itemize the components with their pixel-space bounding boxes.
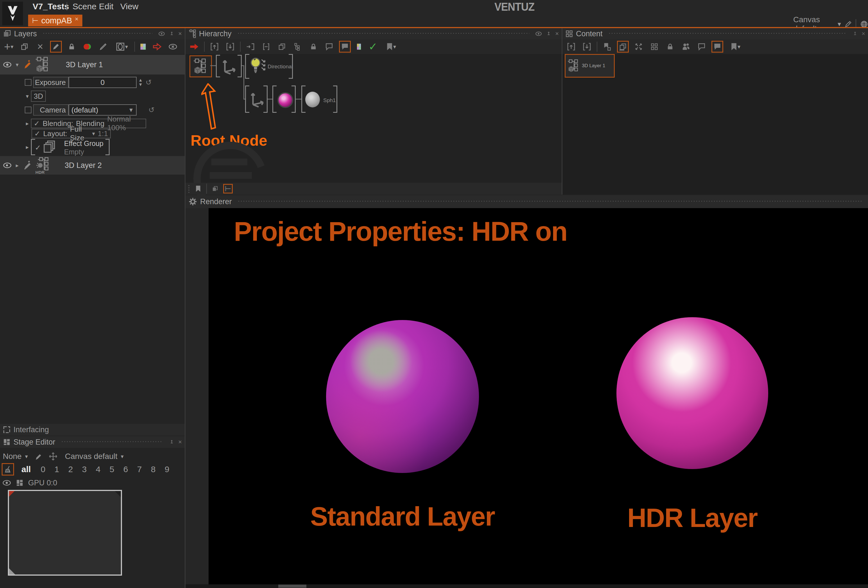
- menu-view[interactable]: View: [120, 2, 138, 11]
- palette-icon[interactable]: [139, 41, 147, 53]
- eye-icon[interactable]: [158, 30, 165, 37]
- stage-editor-header[interactable]: Stage Editor ×: [0, 436, 185, 448]
- bookmark-icon[interactable]: ▾: [727, 41, 744, 53]
- tab-close-icon[interactable]: ×: [75, 15, 78, 23]
- import-node-button[interactable]: [224, 41, 236, 53]
- expand-icon[interactable]: ▸: [16, 163, 19, 168]
- insert-node-button[interactable]: [245, 41, 256, 53]
- menu-scene[interactable]: Scene: [72, 2, 96, 11]
- comment-icon[interactable]: [323, 41, 335, 53]
- pin-icon[interactable]: [169, 31, 175, 37]
- directional-light-node[interactable]: Directional: [245, 54, 293, 79]
- expand-icon[interactable]: ▸: [26, 144, 29, 150]
- paint-brush-icon[interactable]: [97, 41, 109, 53]
- eye-icon[interactable]: [2, 479, 11, 486]
- panel-drag-dots[interactable]: [43, 32, 152, 35]
- grid-view-icon[interactable]: [648, 41, 660, 53]
- close-icon[interactable]: ×: [862, 30, 865, 37]
- channel-7[interactable]: 7: [134, 465, 144, 474]
- menu-project[interactable]: V7_Tests: [32, 2, 69, 11]
- subtree-icon[interactable]: [292, 41, 304, 53]
- pin-icon[interactable]: [852, 31, 858, 37]
- layers-panel-header[interactable]: Layers ×: [0, 28, 185, 39]
- comment-icon[interactable]: [696, 41, 707, 53]
- panel-drag-dots[interactable]: [238, 200, 862, 203]
- expand-icon[interactable]: ▸: [26, 121, 29, 126]
- close-icon[interactable]: ×: [178, 30, 182, 37]
- tab-compab[interactable]: ⊢ compAB ×: [28, 15, 83, 27]
- pin-icon[interactable]: [169, 439, 175, 445]
- drag-handle[interactable]: [188, 185, 190, 193]
- effect-group-row[interactable]: ▸ ✓ Effect Group Empty: [0, 138, 184, 156]
- tab-branch-tab[interactable]: ⊢: [223, 184, 233, 194]
- scrollbar-thumb[interactable]: [278, 585, 306, 588]
- channel-6[interactable]: 6: [121, 465, 130, 474]
- export-content-button[interactable]: [565, 41, 577, 53]
- edit-pencil-icon[interactable]: [22, 161, 31, 170]
- content-panel-header[interactable]: Content ×: [562, 28, 868, 39]
- channel-9[interactable]: 9: [162, 465, 172, 474]
- renderer-header[interactable]: Renderer: [186, 195, 868, 208]
- pin-icon[interactable]: [546, 31, 552, 37]
- collapse-icon[interactable]: ▾: [26, 93, 29, 99]
- exposure-checkbox[interactable]: [25, 79, 31, 86]
- comment-filled-icon[interactable]: [339, 41, 351, 53]
- users-icon[interactable]: [680, 41, 692, 53]
- duplicate-node-button[interactable]: [276, 41, 288, 53]
- lock-icon[interactable]: [664, 41, 676, 53]
- channel-all[interactable]: all: [18, 465, 34, 474]
- axes-node[interactable]: [245, 86, 267, 113]
- pages-tab-icon[interactable]: [210, 184, 220, 194]
- horizontal-scrollbar[interactable]: [186, 584, 868, 588]
- import-content-button[interactable]: [581, 41, 593, 53]
- visibility-eye-icon[interactable]: [3, 61, 12, 68]
- duplicate-content-button[interactable]: [617, 41, 629, 53]
- layout-row[interactable]: ✓ Layout: Full Size ▾ 1:1: [0, 129, 184, 138]
- layer-row-3d-layer-1[interactable]: ▾ 3D Layer 1: [0, 55, 187, 74]
- eye-icon[interactable]: [535, 30, 542, 37]
- add-layer-button[interactable]: +▾: [3, 41, 15, 53]
- expand-icon[interactable]: [633, 41, 645, 53]
- interfacing-header[interactable]: Interfacing: [0, 424, 185, 436]
- reset-icon[interactable]: ↺: [148, 106, 155, 114]
- edit-pencil-icon[interactable]: [22, 60, 31, 69]
- edit-layer-button[interactable]: [50, 41, 62, 53]
- stage-mode-select[interactable]: None: [3, 452, 22, 461]
- panel-divider[interactable]: [562, 28, 562, 195]
- panel-divider[interactable]: [185, 28, 186, 588]
- camera-checkbox[interactable]: [25, 106, 31, 113]
- mask-shape-button[interactable]: ▾: [113, 41, 130, 53]
- bookmark-icon[interactable]: ▾: [383, 41, 399, 53]
- group-3d-box[interactable]: 3D: [31, 90, 46, 102]
- flag-asset-icon[interactable]: [601, 41, 613, 53]
- wrap-node-button[interactable]: [260, 41, 272, 53]
- panel-drag-dots[interactable]: [61, 440, 163, 444]
- channel-8[interactable]: 8: [148, 465, 158, 474]
- stage-preview[interactable]: [8, 490, 122, 576]
- close-icon[interactable]: ×: [178, 439, 182, 446]
- delete-layer-button[interactable]: ×: [34, 41, 46, 53]
- export-node-button[interactable]: [208, 41, 220, 53]
- channel-2[interactable]: 2: [66, 465, 75, 474]
- lock-icon[interactable]: [66, 41, 78, 53]
- exposure-stepper[interactable]: ▲ ▼: [138, 78, 143, 87]
- channel-4[interactable]: 4: [93, 465, 103, 474]
- panel-drag-dots[interactable]: [237, 32, 530, 35]
- stage-canvas-select[interactable]: Canvas default: [65, 452, 118, 461]
- group-3d-row[interactable]: ▾ 3D: [0, 90, 184, 102]
- axes-node[interactable]: [216, 55, 242, 77]
- channel-3[interactable]: 3: [80, 465, 89, 474]
- lock-icon[interactable]: [307, 41, 319, 53]
- ventuz-logo[interactable]: [2, 2, 23, 25]
- validate-check-icon[interactable]: ✓: [367, 41, 379, 53]
- palette-icon[interactable]: [355, 41, 363, 53]
- follow-arrow-icon[interactable]: [188, 41, 200, 53]
- blending-row[interactable]: ▸ ✓ Blending: Blending Normal 100%: [0, 119, 184, 128]
- render-canvas[interactable]: Project Properties: HDR on Standard Laye…: [208, 208, 868, 584]
- menu-edit[interactable]: Edit: [99, 2, 114, 11]
- bookmark-tab-icon[interactable]: [193, 184, 203, 194]
- hide-eye-icon[interactable]: [167, 41, 179, 53]
- content-item-3d-layer-1[interactable]: 3D Layer 1: [565, 54, 615, 78]
- hierarchy-panel-header[interactable]: Hierarchy ×: [186, 28, 562, 39]
- hierarchy-graph[interactable]: Directional Sph1: [186, 54, 562, 183]
